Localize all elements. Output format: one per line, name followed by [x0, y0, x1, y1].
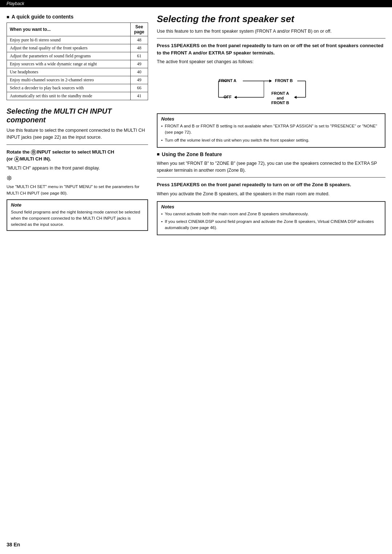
table-cell-text: Enjoy pure hi-fi stereo sound [7, 36, 131, 44]
svg-text:FRONT A: FRONT A [271, 91, 289, 95]
list-item: FRONT A and B or FRONT B setting is not … [161, 123, 381, 136]
left-column: A quick guide to contents When you want … [7, 14, 148, 239]
note-title: Note [11, 202, 144, 208]
quick-guide-table: When you want to... Seepage Enjoy pure h… [7, 23, 148, 100]
table-cell-page: 66 [131, 84, 148, 92]
table-cell-text: Automatically set this unit to the stand… [7, 92, 131, 100]
top-bar-label: Playback [7, 1, 24, 6]
table-cell-text: Enjoy sources with a wide dynamic range … [7, 60, 131, 68]
table-cell-page: 49 [131, 76, 148, 84]
rotate-instruction: Rotate the BINPUT selector to select MUL… [7, 148, 148, 163]
multi-ch-body1: Use this feature to select the component… [7, 127, 148, 141]
table-row: Adjust the parameters of sound field pro… [7, 52, 148, 60]
svg-text:FRONT A: FRONT A [219, 78, 237, 83]
notes-box-1: Notes FRONT A and B or FRONT B setting i… [157, 113, 385, 148]
svg-text:FRONT B: FRONT B [271, 101, 289, 105]
right-title: Selecting the front speaker set [157, 14, 385, 24]
table-row: Enjoy sources with a wide dynamic range … [7, 60, 148, 68]
divider1 [7, 144, 148, 145]
circle-b: B [31, 150, 36, 155]
table-cell-page: 61 [131, 52, 148, 60]
list-item: If you select CINEMA DSP sound field pro… [161, 219, 381, 231]
table-cell-text: Use headphones [7, 68, 131, 76]
note-box: Note Sound field programs and the night … [7, 199, 148, 231]
svg-marker-15 [294, 96, 297, 99]
sun-icon: ❊ [7, 174, 148, 182]
table-row: Adjust the tonal quality of the front sp… [7, 44, 148, 52]
right-column: Selecting the front speaker set Use this… [157, 14, 385, 239]
table-header-col2: Seepage [131, 23, 148, 36]
table-row: Automatically set this unit to the stand… [7, 92, 148, 100]
front-panel-text: "MULTI CH" appears in the front panel di… [7, 165, 148, 172]
table-cell-text: Enjoy multi-channel sources in 2-channel… [7, 76, 131, 84]
svg-text:and: and [277, 96, 284, 100]
zone-b-body2: When you activate the Zone B speakers, a… [157, 191, 385, 197]
table-cell-page: 48 [131, 44, 148, 52]
notes-title-1: Notes [161, 116, 381, 122]
zone-b-divider [157, 177, 385, 178]
right-body1: Use this feature to turn the front speak… [157, 28, 385, 35]
page-footer: 38 En [7, 542, 20, 547]
note-body: Sound field programs and the night liste… [11, 209, 144, 228]
notes1-list: FRONT A and B or FRONT B setting is not … [161, 123, 381, 143]
notes-box-2: Notes You cannot activate both the main … [157, 201, 385, 236]
page-label: 38 En [7, 542, 20, 547]
table-cell-page: 41 [131, 92, 148, 100]
table-row: Enjoy pure hi-fi stereo sound48 [7, 36, 148, 44]
zone-b-press-instruction: Press 1SPEAKERS on the front panel repea… [157, 181, 385, 188]
table-cell-page: 48 [131, 36, 148, 44]
notes2-list: You cannot activate both the main room a… [161, 211, 381, 231]
top-bar: Playback [0, 0, 392, 7]
active-text: The active front speaker set changes as … [157, 58, 385, 65]
zone-b-heading: Using the Zone B feature [157, 151, 385, 157]
table-row: Use headphones40 [7, 68, 148, 76]
circle-a: A [14, 156, 20, 162]
quick-guide-heading: A quick guide to contents [7, 14, 148, 20]
press-instruction: Press 1SPEAKERS on the front panel repea… [157, 42, 385, 56]
table-header-col1: When you want to... [7, 23, 131, 36]
notes-title-2: Notes [161, 204, 381, 209]
table-cell-page: 49 [131, 60, 148, 68]
table-cell-page: 40 [131, 68, 148, 76]
svg-text:FRONT B: FRONT B [275, 78, 293, 83]
svg-marker-2 [269, 80, 272, 82]
svg-text:OFF: OFF [224, 95, 232, 99]
zone-b-body1: When you set "FRONT B" to "ZONE B" (see … [157, 160, 385, 174]
multi-ch-section: Selecting the MULTI CH INPUT component U… [7, 107, 148, 231]
table-cell-text: Adjust the parameters of sound field pro… [7, 52, 131, 60]
tip-text: Use "MULTI CH SET" menu in "INPUT MENU" … [7, 184, 148, 196]
table-row: Enjoy multi-channel sources in 2-channel… [7, 76, 148, 84]
list-item: Turn off the volume level of this unit w… [161, 137, 381, 143]
svg-marker-8 [234, 96, 237, 99]
table-row: Select a decoder to play back sources wi… [7, 84, 148, 92]
speaker-diagram-svg: FRONT A FRONT B OFF FRONT A and FRONT B [217, 71, 326, 107]
table-cell-text: Adjust the tonal quality of the front sp… [7, 44, 131, 52]
right-divider1 [157, 38, 385, 38]
multi-ch-title: Selecting the MULTI CH INPUT component [7, 107, 148, 124]
speaker-diagram: FRONT A FRONT B OFF FRONT A and FRONT B [217, 71, 326, 107]
zone-b-section: Using the Zone B feature When you set "F… [157, 151, 385, 236]
list-item: You cannot activate both the main room a… [161, 211, 381, 217]
table-cell-text: Select a decoder to play back sources wi… [7, 84, 131, 92]
